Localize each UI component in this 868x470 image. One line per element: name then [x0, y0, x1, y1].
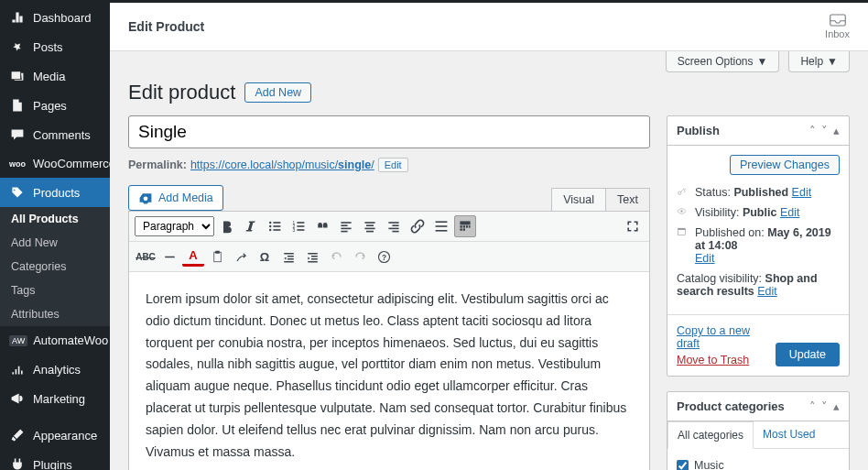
align-right-button[interactable] [383, 215, 405, 237]
sidebar-item-posts[interactable]: Posts [0, 32, 110, 61]
sidebar-item-dashboard[interactable]: Dashboard [0, 3, 110, 32]
sidebar-item-automatewoo[interactable]: AWAutomateWoo [0, 326, 110, 355]
editor-content-area[interactable]: Lorem ipsum dolor sit amet, consectetur … [129, 272, 649, 470]
caret-down-icon: ▼ [827, 55, 838, 68]
edit-catalog-link[interactable]: Edit [757, 285, 777, 298]
edit-status-link[interactable]: Edit [792, 186, 812, 199]
editor-tab-visual[interactable]: Visual [551, 188, 606, 211]
svg-rect-15 [341, 224, 347, 226]
sidebar-item-marketing[interactable]: Marketing [0, 384, 110, 413]
clear-formatting-button[interactable] [230, 246, 252, 268]
permalink-link[interactable]: https://core.local/shop/music/single/ [190, 158, 374, 171]
category-item[interactable]: Music [677, 456, 840, 470]
add-media-button[interactable]: Add Media [128, 185, 223, 211]
edit-visibility-link[interactable]: Edit [780, 206, 800, 219]
blockquote-button[interactable] [311, 215, 333, 237]
categories-tab-all[interactable]: All categories [667, 421, 754, 449]
category-checkbox[interactable] [677, 460, 689, 471]
align-left-button[interactable] [335, 215, 357, 237]
product-title-input[interactable] [128, 115, 650, 148]
horizontal-rule-button[interactable] [158, 246, 180, 268]
sidebar-label: AutomateWoo [33, 333, 108, 347]
copy-draft-link[interactable]: Copy to a new draft [677, 324, 776, 350]
update-button[interactable]: Update [776, 343, 840, 366]
svg-rect-18 [364, 222, 374, 224]
undo-button[interactable] [325, 246, 347, 268]
link-button[interactable] [407, 215, 429, 237]
bold-button[interactable] [216, 215, 238, 237]
submenu-all-products[interactable]: All Products [0, 207, 110, 231]
svg-rect-17 [341, 231, 347, 233]
svg-rect-24 [388, 228, 398, 230]
page-header: Edit Product Inbox [110, 3, 868, 51]
svg-rect-1 [830, 15, 845, 26]
calendar-icon [677, 226, 689, 239]
box-down-icon[interactable]: ˅ [821, 399, 828, 413]
svg-rect-11 [297, 222, 304, 224]
svg-point-4 [269, 229, 271, 231]
admin-sidebar: Dashboard Posts Media Pages Comments woo… [0, 3, 110, 470]
sidebar-item-plugins[interactable]: Plugins [0, 450, 110, 470]
strikethrough-button[interactable]: ABC [135, 246, 157, 268]
text-color-button[interactable]: A [182, 247, 204, 267]
italic-button[interactable] [240, 215, 262, 237]
add-new-button[interactable]: Add New [244, 82, 311, 103]
sidebar-item-pages[interactable]: Pages [0, 91, 110, 120]
numbered-list-button[interactable]: 123 [288, 215, 309, 237]
preview-changes-button[interactable]: Preview Changes [730, 155, 840, 175]
editor-tab-text[interactable]: Text [605, 188, 650, 211]
keyboard-help-button[interactable]: ? [373, 246, 395, 268]
redo-button[interactable] [349, 246, 371, 268]
edit-slug-button[interactable]: Edit [378, 158, 408, 172]
sidebar-label: WooCommerce [33, 157, 115, 170]
inbox-button[interactable]: Inbox [825, 14, 850, 39]
sidebar-item-woocommerce[interactable]: wooWooCommerce [0, 149, 110, 178]
screen-options-button[interactable]: Screen Options▼ [666, 51, 780, 72]
svg-rect-31 [463, 225, 465, 227]
format-select[interactable]: Paragraph [135, 216, 214, 236]
svg-rect-45 [311, 258, 318, 260]
indent-button[interactable] [301, 246, 323, 268]
svg-rect-6 [273, 225, 280, 227]
move-to-trash-link[interactable]: Move to Trash [677, 354, 776, 366]
submenu-categories[interactable]: Categories [0, 255, 110, 279]
align-center-button[interactable] [359, 215, 381, 237]
svg-rect-25 [392, 231, 398, 233]
svg-rect-20 [364, 228, 374, 230]
analytics-icon [9, 362, 26, 377]
svg-rect-44 [311, 256, 318, 257]
read-more-button[interactable] [430, 215, 452, 237]
box-up-icon[interactable]: ˄ [809, 399, 816, 413]
submenu-add-new[interactable]: Add New [0, 231, 110, 255]
sidebar-item-media[interactable]: Media [0, 61, 110, 91]
toolbar-toggle-button[interactable] [454, 215, 476, 237]
svg-rect-36 [165, 256, 175, 257]
box-up-icon[interactable]: ˄ [809, 124, 816, 137]
categories-tab-most-used[interactable]: Most Used [754, 421, 824, 448]
sidebar-item-comments[interactable]: Comments [0, 120, 110, 149]
pin-icon [9, 39, 26, 54]
box-down-icon[interactable]: ˅ [821, 124, 828, 137]
special-char-button[interactable]: Ω [254, 246, 276, 268]
main-content: Edit Product Inbox Screen Options▼ Help▼… [110, 3, 868, 470]
fullscreen-button[interactable] [622, 215, 644, 237]
sidebar-item-products[interactable]: Products [0, 178, 110, 207]
svg-rect-40 [288, 256, 294, 257]
svg-point-50 [680, 210, 682, 212]
camera-icon [138, 191, 153, 205]
outdent-button[interactable] [277, 246, 299, 268]
submenu-attributes[interactable]: Attributes [0, 302, 110, 326]
brush-icon [9, 428, 26, 443]
bullet-list-button[interactable] [264, 215, 286, 237]
submenu-tags[interactable]: Tags [0, 279, 110, 302]
paste-text-button[interactable] [206, 246, 228, 268]
box-toggle-icon[interactable]: ▴ [833, 124, 840, 137]
edit-date-link[interactable]: Edit [695, 252, 715, 265]
sidebar-item-appearance[interactable]: Appearance [0, 421, 110, 450]
box-toggle-icon[interactable]: ▴ [833, 399, 840, 413]
sidebar-label: Dashboard [33, 11, 92, 25]
media-icon [9, 69, 26, 83]
svg-rect-14 [341, 222, 351, 224]
help-button[interactable]: Help▼ [788, 51, 850, 72]
sidebar-item-analytics[interactable]: Analytics [0, 355, 110, 384]
